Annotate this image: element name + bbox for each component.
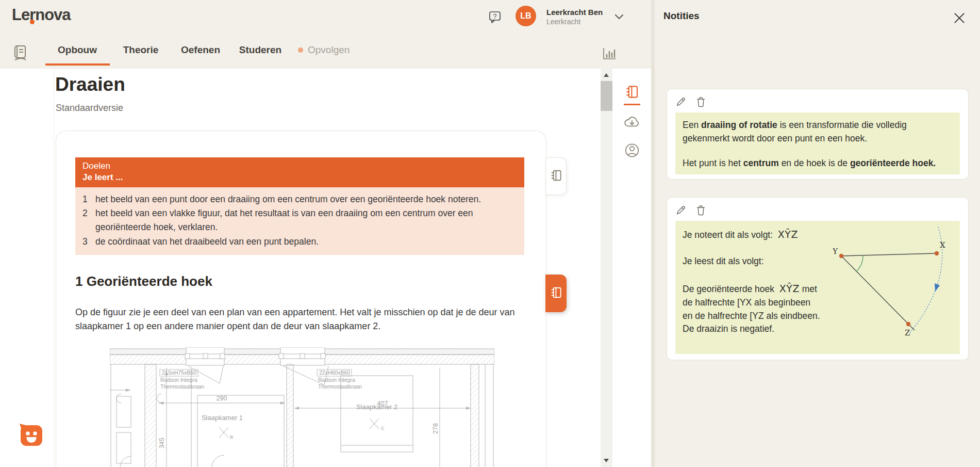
doelen-list: 1 het beeld van een punt door een draaii… — [75, 187, 524, 255]
tab-opbouw[interactable]: Opbouw — [58, 44, 97, 56]
logo-dot — [30, 20, 35, 24]
close-icon — [953, 19, 966, 26]
tab-opvolgen-label: Opvolgen — [308, 44, 350, 56]
notes-panel-title: Notities — [663, 10, 700, 22]
delete-note-button[interactable] — [696, 96, 706, 107]
radiator1-label: 21SxH75xB60 — [162, 369, 196, 376]
page-subtitle: Standaardversie — [56, 103, 123, 114]
radiator1-label: Radson Integra — [160, 377, 197, 383]
radiator2-label: Radson Integra — [318, 377, 355, 383]
scroll-down-icon[interactable] — [604, 459, 609, 462]
note-paragraph: Je noteert dit als volgt: XŶZ — [683, 227, 823, 242]
doelen-item: 3 de coördinaat van het draaibeeld van e… — [82, 235, 517, 249]
downloads-tool-button[interactable] — [623, 115, 641, 131]
pencil-icon — [675, 210, 686, 217]
doelen-item-text: het beeld van een vlakke figuur, dat het… — [95, 206, 517, 234]
room2-label: Slaapkamer 2 — [356, 403, 397, 411]
dim-345: 345 — [158, 438, 165, 448]
active-tool-underline — [624, 104, 640, 105]
notebook-icon — [550, 169, 563, 184]
doelen-item-number: 2 — [82, 206, 90, 234]
trash-icon — [696, 210, 706, 217]
note-card: Een draaiing of rotatie is een transform… — [667, 89, 969, 180]
note-paragraph: De georiënteerde hoek XŶZ met de halfrec… — [683, 281, 823, 336]
chevron-down-icon — [614, 13, 624, 21]
active-tab-underline — [45, 63, 110, 66]
pencil-icon — [675, 101, 686, 109]
note-content: Een draaiing of rotatie is een transform… — [675, 112, 960, 174]
avatar[interactable]: LB — [516, 6, 536, 26]
mark-c: C — [381, 426, 385, 431]
section-heading: 1 Georiënteerde hoek — [75, 273, 212, 289]
tool-rail — [612, 69, 651, 467]
notes-tool-button[interactable] — [624, 84, 640, 101]
doelen-kicker: Doelen — [82, 160, 517, 172]
point-z-label: Z — [905, 328, 910, 337]
room1-label: Slaapkamer 1 — [202, 414, 243, 422]
user-role: Leerkracht — [546, 18, 580, 26]
dim-290: 290 — [217, 395, 227, 402]
note-toolbar — [675, 96, 960, 107]
close-panel-button[interactable] — [953, 11, 966, 26]
doelen-item-number: 1 — [82, 192, 90, 206]
bar-chart-icon — [601, 55, 617, 63]
dim-278: 278 — [432, 423, 439, 434]
active-note-anchor-button[interactable] — [545, 275, 567, 312]
logo: Lernova — [12, 6, 71, 24]
note-paragraph: Je leest dit als volgt: — [683, 255, 823, 268]
user-circle-icon — [624, 152, 640, 160]
help-bubble-icon: ? — [488, 18, 502, 26]
page-title: Draaien — [55, 74, 125, 95]
doelen-block: Doelen Je leert ... 1 het beeld van een … — [75, 157, 524, 255]
point-y-label: Y — [833, 247, 838, 256]
tabbar: Opbouw Theorie Oefenen Studeren Opvolgen — [0, 31, 651, 69]
note-anchor-button[interactable] — [545, 157, 567, 195]
content-scrollbar[interactable] — [601, 69, 612, 467]
trash-icon — [696, 101, 706, 109]
note-paragraph: Het punt is het centrum en de hoek is de… — [683, 157, 953, 170]
panel-divider — [651, 0, 655, 467]
cloud-download-icon — [623, 123, 641, 131]
chat-smiley-icon — [16, 444, 45, 452]
tab-theorie[interactable]: Theorie — [123, 44, 159, 56]
notebook-icon — [550, 286, 563, 301]
results-button[interactable] — [601, 45, 617, 63]
edit-note-button[interactable] — [675, 205, 686, 216]
floorplan-image: 21SxH75xB60 Radson Integra Thermostaatkr… — [110, 347, 494, 467]
doelen-item: 2 het beeld van een vlakke figuur, dat h… — [82, 206, 517, 234]
doelen-item-text: het beeld van een punt door een draaiing… — [95, 192, 481, 206]
tab-studeren[interactable]: Studeren — [239, 44, 281, 56]
profile-tool-button[interactable] — [624, 142, 640, 160]
doelen-item-number: 3 — [82, 235, 90, 249]
doelen-item-text: de coördinaat van het draaibeeld van een… — [95, 235, 319, 249]
tab-opvolgen[interactable]: Opvolgen — [298, 44, 350, 56]
note-paragraph: Een draaiing of rotatie is een transform… — [683, 119, 953, 146]
note-content: Je noteert dit als volgt: XŶZ Je leest d… — [675, 221, 960, 354]
main-content: Draaien Standaardversie Doelen Je leert … — [0, 69, 651, 467]
book-icon — [12, 55, 29, 63]
section-paragraph: Op de figuur zie je een deel van een pla… — [75, 305, 524, 333]
svg-text:?: ? — [493, 13, 497, 20]
scroll-up-icon[interactable] — [604, 73, 609, 77]
tab-oefenen[interactable]: Oefenen — [181, 44, 220, 56]
mark-b: B — [230, 434, 233, 440]
toc-button[interactable] — [12, 44, 29, 63]
radiator1-label: Thermostaatkraan — [160, 383, 204, 390]
note-toolbar — [675, 204, 960, 216]
scrollbar-thumb[interactable] — [601, 81, 612, 111]
radiator2-label: Thermostaatkraan — [318, 383, 362, 390]
left-rail — [0, 69, 54, 467]
note-card: Je noteert dit als volgt: XŶZ Je leest d… — [667, 197, 969, 360]
chat-widget-button[interactable] — [16, 421, 45, 452]
point-x-label: X — [940, 240, 945, 250]
edit-note-button[interactable] — [675, 96, 686, 107]
notebook-icon — [624, 93, 640, 101]
doelen-item: 1 het beeld van een punt door een draaii… — [82, 192, 517, 206]
help-button[interactable]: ? — [487, 10, 503, 25]
notes-panel: Notities Een draaiing — [655, 0, 980, 467]
rotation-diagram: Y X Z — [833, 224, 958, 353]
delete-note-button[interactable] — [696, 205, 706, 216]
doelen-header: Doelen Je leert ... — [75, 157, 524, 187]
doelen-title: Je leert ... — [82, 172, 517, 183]
user-menu-button[interactable] — [614, 13, 624, 21]
